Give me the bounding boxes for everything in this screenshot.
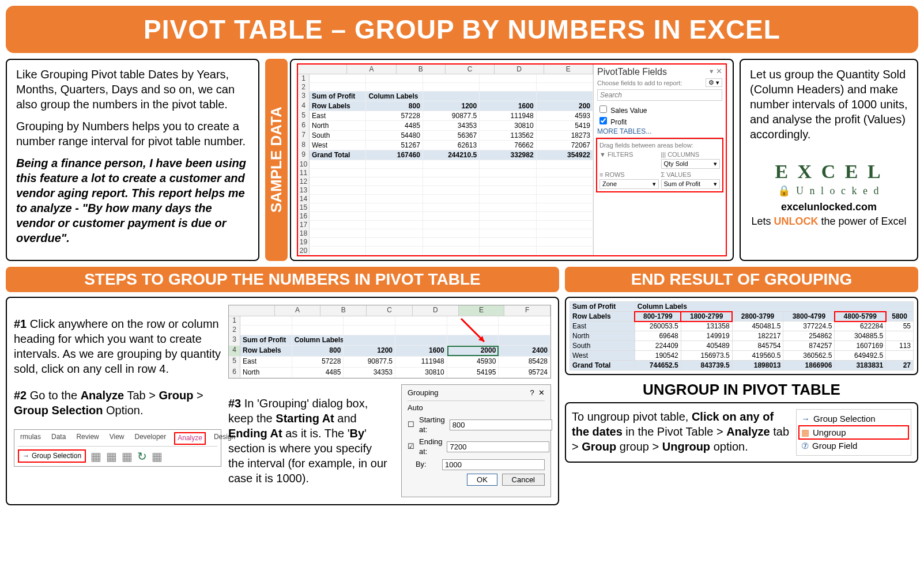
- ribbon-icon[interactable]: ↻: [137, 449, 147, 464]
- result-table: Sum of ProfitColumn Labels Row Labels 80…: [570, 301, 914, 370]
- group-menu: →Group Selection ▦Ungroup ⑦Group Field: [796, 409, 911, 456]
- excel-unlocked-logo: E X C E L 🔒 U n l o c k e d excelunlocke…: [750, 159, 908, 228]
- right-text-box: Let us group the Quantity Sold (Column H…: [740, 59, 918, 261]
- arrow-right-icon: →: [801, 413, 810, 425]
- ribbon-icon[interactable]: ▦: [106, 449, 117, 464]
- help-icon[interactable]: ?: [530, 388, 534, 397]
- ribbon-icon[interactable]: ▦: [90, 449, 101, 464]
- ending-checkbox[interactable]: ☑: [408, 442, 414, 452]
- sample-data-box: ABCDE 1 2 3Sum of ProfitColumn Labels 4R…: [290, 59, 734, 261]
- starting-checkbox[interactable]: ☐: [408, 420, 414, 430]
- site-url: excelunlocked.com: [750, 201, 908, 214]
- grouping-dialog: Grouping? ✕ Auto ☐Starting at: ☑Ending a…: [401, 384, 551, 497]
- mini-excel-row4: ABCDEF 1 2 3Sum of ProfitColumn Labels 4…: [228, 305, 551, 379]
- tab-formulas[interactable]: rmulas: [18, 432, 43, 445]
- group-selection-button[interactable]: → Group Selection: [18, 449, 86, 463]
- ungroup-section: UNGROUP IN PIVOT TABLE To ungroup pivot …: [565, 381, 918, 463]
- excel-ribbon: rmulas Data Review View Developer Analyz…: [14, 429, 221, 467]
- ok-button[interactable]: OK: [467, 474, 497, 486]
- values-area[interactable]: Σ VALUES Sum of Profit▾: [661, 171, 721, 189]
- dialog-auto-label: Auto: [408, 403, 545, 413]
- task-description: Let us group the Quantity Sold (Column H…: [750, 67, 908, 142]
- group-field-icon: ⑦: [801, 440, 809, 452]
- tab-developer[interactable]: Developer: [133, 432, 169, 445]
- steps-section: STEPS TO GROUP THE NUMBERS IN PIVOT TABL…: [6, 267, 559, 505]
- tab-data[interactable]: Data: [49, 432, 68, 445]
- site-tagline: Lets UNLOCK the power of Excel: [750, 215, 908, 228]
- ribbon-icon[interactable]: ▦: [152, 449, 163, 464]
- red-arrow-icon: [458, 316, 493, 350]
- excel-grid: ABCDE 1 2 3Sum of ProfitColumn Labels 4R…: [298, 65, 593, 255]
- result-body: Sum of ProfitColumn Labels Row Labels 80…: [565, 297, 918, 375]
- cancel-button[interactable]: Cancel: [502, 474, 545, 486]
- by-input[interactable]: [442, 459, 545, 470]
- page-title: PIVOT TABLE – GROUP BY NUMBERS IN EXCEL: [6, 6, 918, 53]
- pivot-table-fields-pane: PivotTable Fields ▾ ✕ Choose fields to a…: [593, 65, 726, 255]
- dialog-title: Grouping: [408, 388, 438, 398]
- columns-area[interactable]: ||| COLUMNS Qty Sold▾: [661, 151, 721, 169]
- result-header: END RESULT OF GROUPING: [565, 267, 918, 292]
- sample-data-block: SAMPLE DATA ABCDE 1 2 3Sum of ProfitColu…: [265, 59, 734, 261]
- top-row: Like Grouping Pivot table Dates by Years…: [6, 59, 918, 261]
- bottom-row: STEPS TO GROUP THE NUMBERS IN PIVOT TABL…: [6, 267, 918, 505]
- intro-p2: Grouping by Numbers helps you to create …: [16, 119, 249, 149]
- drag-fields-label: Drag fields between areas below:: [599, 142, 720, 149]
- ungroup-text: To ungroup pivot table, Click on any of …: [572, 409, 790, 456]
- ribbon-icon[interactable]: ▦: [122, 449, 133, 464]
- close-icon[interactable]: ✕: [538, 388, 545, 397]
- pt-fields-title: PivotTable Fields: [597, 67, 667, 77]
- menu-group-selection[interactable]: →Group Selection: [799, 412, 908, 426]
- starting-at-input[interactable]: [450, 419, 552, 430]
- intro-p3: Being a finance person, I have been usin…: [16, 156, 249, 245]
- rows-area[interactable]: ≡ ROWS Zone▾: [599, 171, 659, 189]
- ribbon-tabs: rmulas Data Review View Developer Analyz…: [18, 432, 217, 447]
- tab-view[interactable]: View: [107, 432, 127, 445]
- gear-icon[interactable]: ⚙ ▾: [706, 78, 722, 87]
- filters-area[interactable]: ▼ FILTERS: [599, 151, 659, 169]
- steps-col-2: ABCDEF 1 2 3Sum of ProfitColumn Labels 4…: [228, 305, 551, 497]
- tab-analyze[interactable]: Analyze: [174, 432, 206, 445]
- result-section: END RESULT OF GROUPING Sum of ProfitColu…: [565, 267, 918, 505]
- steps-header: STEPS TO GROUP THE NUMBERS IN PIVOT TABL…: [6, 267, 559, 292]
- menu-group-field[interactable]: ⑦Group Field: [799, 439, 908, 453]
- intro-p1: Like Grouping Pivot table Dates by Years…: [16, 67, 249, 112]
- ungroup-icon: ▦: [801, 427, 809, 438]
- steps-col-1: #1 Click anywhere on the row or column h…: [14, 305, 221, 497]
- menu-ungroup[interactable]: ▦Ungroup: [799, 426, 908, 440]
- excel-screenshot: ABCDE 1 2 3Sum of ProfitColumn Labels 4R…: [297, 63, 727, 256]
- sample-data-label: SAMPLE DATA: [265, 59, 288, 261]
- excel-col-headers: ABCDE: [298, 65, 593, 74]
- close-icon[interactable]: ▾ ✕: [710, 67, 722, 78]
- pt-fields-sub: Choose fields to add to report:: [597, 80, 682, 86]
- ending-at-input[interactable]: [447, 441, 549, 452]
- ungroup-header: UNGROUP IN PIVOT TABLE: [565, 381, 918, 399]
- more-tables-link[interactable]: MORE TABLES...: [597, 127, 722, 135]
- intro-box: Like Grouping Pivot table Dates by Years…: [6, 59, 259, 261]
- chk-sales-value[interactable]: Sales Value: [597, 104, 722, 115]
- chk-profit[interactable]: Profit: [597, 115, 722, 126]
- tab-review[interactable]: Review: [74, 432, 101, 445]
- pt-search-input[interactable]: [597, 89, 722, 101]
